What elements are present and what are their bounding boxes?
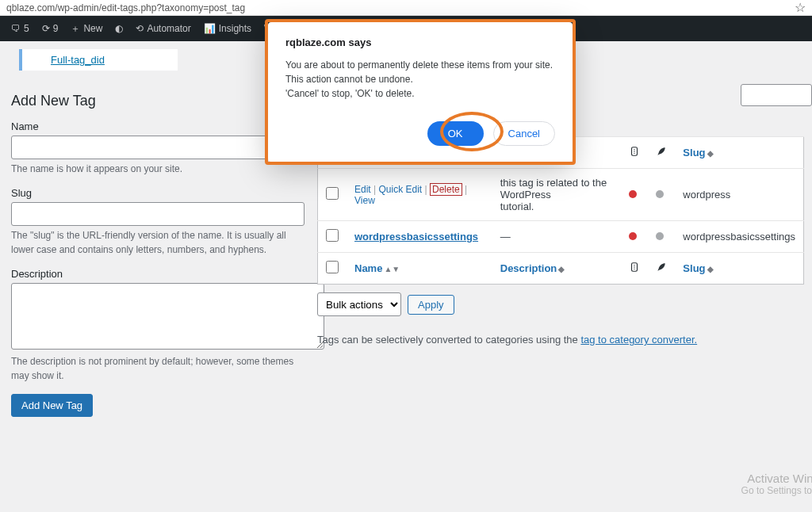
convert-link[interactable]: tag to category converter. [580, 334, 697, 346]
insights-icon: 📊 [204, 23, 216, 34]
feather-icon [656, 146, 667, 157]
col-slug[interactable]: Slug◆ [683, 147, 713, 159]
svg-point-7 [634, 269, 635, 269]
description-textarea[interactable] [11, 283, 324, 350]
col-slug[interactable]: Slug◆ [683, 262, 713, 274]
convert-note: Tags can be selectively converted to cat… [317, 334, 804, 346]
svg-point-5 [634, 265, 635, 266]
edit-action[interactable]: Edit [354, 184, 371, 195]
seo-dot [629, 232, 637, 240]
dialog-actions: OK Cancel [285, 121, 555, 146]
dialog-text: You are about to permanently delete thes… [285, 58, 555, 101]
description-label: Description [11, 268, 301, 280]
row-checkbox[interactable] [326, 229, 339, 242]
sort-caret-icon: ◆ [707, 149, 714, 158]
search-input[interactable] [741, 84, 812, 106]
row-description: — [492, 221, 622, 253]
row-description: this tag is related to the WordPresstuto… [492, 169, 622, 221]
table-footer-row: Name▲▼ Description◆ Slug◆ [318, 253, 804, 285]
view-action[interactable]: View [354, 195, 375, 206]
ab-updates[interactable]: ⟳9 [36, 16, 65, 41]
delete-action[interactable]: Delete [430, 183, 462, 196]
svg-point-1 [634, 149, 635, 150]
ab-new[interactable]: ＋New [64, 16, 109, 41]
slug-desc: The "slug" is the URL-friendly version o… [11, 229, 301, 257]
updates-icon: ⟳ [42, 23, 50, 34]
notice-box: Full-tag_did [19, 49, 178, 71]
add-new-tag-button[interactable]: Add New Tag [11, 394, 93, 417]
bookmark-star-icon[interactable]: ☆ [795, 0, 806, 15]
row-checkbox[interactable] [326, 187, 339, 200]
slug-label: Slug [11, 187, 301, 199]
col-readability[interactable] [648, 253, 675, 285]
select-all-bottom[interactable] [326, 261, 339, 273]
yoast-icon: ◐ [115, 23, 123, 34]
field-slug: Slug The "slug" is the URL-friendly vers… [11, 187, 301, 257]
name-desc: The name is how it appears on your site. [11, 162, 301, 176]
quickedit-action[interactable]: Quick Edit [378, 184, 422, 195]
ab-automator[interactable]: ⟲Automator [129, 16, 197, 41]
tag-title[interactable]: wordpressbasicssettings [354, 231, 478, 243]
row-slug: wordpress [675, 169, 803, 221]
url-text[interactable]: qblaze.com/wp-admin/edit-tags.php?taxono… [6, 2, 245, 13]
add-new-tag-heading: Add New Tag [11, 93, 301, 109]
sort-caret-icon: ◆ [558, 265, 565, 273]
row-slug: wordpressbasicssettings [675, 221, 803, 253]
field-description: Description The description is not promi… [11, 268, 301, 383]
svg-point-6 [634, 266, 635, 267]
row-actions: Edit | Quick Edit | Delete | View [354, 184, 485, 206]
svg-point-3 [634, 153, 635, 154]
ab-insights[interactable]: 📊Insights [197, 16, 258, 41]
name-input[interactable] [11, 136, 304, 159]
seo-dot [629, 190, 637, 198]
seo-icon [629, 262, 640, 273]
ab-yoast[interactable]: ◐ [109, 16, 129, 41]
name-label: Name [11, 120, 301, 132]
ok-button[interactable]: OK [427, 121, 484, 146]
col-seo[interactable] [621, 253, 648, 285]
automator-icon: ⟲ [136, 23, 144, 34]
comment-icon: 🗨 [11, 23, 21, 34]
apply-button[interactable]: Apply [408, 295, 454, 315]
plus-icon: ＋ [71, 22, 80, 36]
bulk-actions-row: Bulk actions Apply [317, 292, 804, 316]
description-desc: The description is not prominent by defa… [11, 355, 301, 383]
col-description[interactable]: Description◆ [500, 262, 565, 274]
cancel-button[interactable]: Cancel [493, 121, 555, 146]
ab-automator-label: Automator [147, 23, 190, 34]
table-row: Edit | Quick Edit | Delete | View this t… [318, 169, 804, 221]
sort-caret-icon: ◆ [707, 265, 714, 273]
browser-address-bar: qblaze.com/wp-admin/edit-tags.php?taxono… [0, 0, 812, 16]
ab-new-label: New [83, 23, 102, 34]
ab-insights-label: Insights [219, 23, 251, 34]
readability-dot [656, 232, 664, 240]
confirm-dialog: rqblaze.com says You are about to perman… [268, 22, 573, 162]
table-row: wordpressbasicssettings — wordpressbasic… [318, 221, 804, 253]
bulk-actions-select[interactable]: Bulk actions [317, 292, 401, 316]
notice-link[interactable]: Full-tag_did [48, 51, 105, 69]
col-seo[interactable] [621, 137, 648, 169]
ab-comments-count: 5 [24, 23, 29, 34]
col-readability[interactable] [648, 137, 675, 169]
sort-caret-icon: ▲▼ [384, 265, 400, 273]
seo-icon [629, 146, 640, 157]
readability-dot [656, 190, 664, 198]
slug-input[interactable] [11, 202, 304, 226]
field-name: Name The name is how it appears on your … [11, 120, 301, 176]
ab-comments[interactable]: 🗨5 [5, 16, 36, 41]
dialog-title: rqblaze.com says [285, 36, 555, 48]
ab-updates-count: 9 [53, 23, 59, 34]
col-name[interactable]: Name▲▼ [354, 262, 400, 274]
svg-point-2 [634, 151, 635, 151]
feather-icon [656, 262, 667, 273]
